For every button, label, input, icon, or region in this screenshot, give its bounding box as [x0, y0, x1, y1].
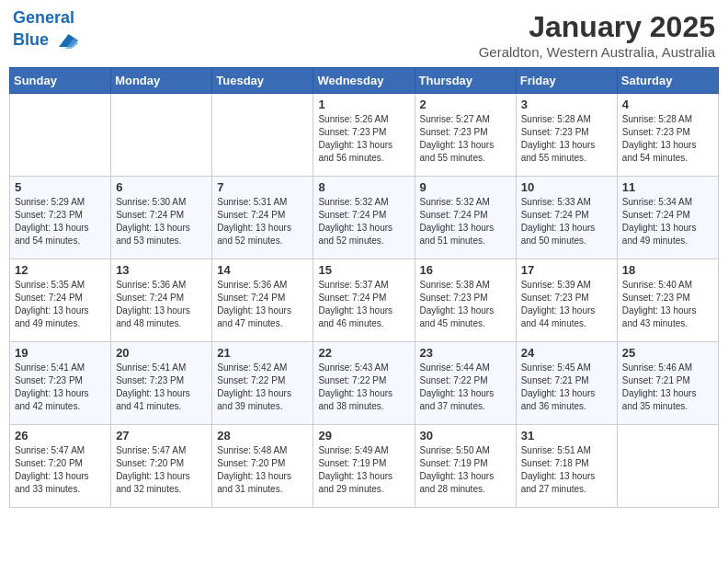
- day-number: 11: [622, 180, 713, 194]
- calendar-cell: 5Sunrise: 5:29 AM Sunset: 7:23 PM Daylig…: [10, 177, 111, 259]
- day-info: Sunrise: 5:32 AM Sunset: 7:24 PM Dayligh…: [318, 196, 409, 247]
- day-number: 26: [15, 429, 106, 442]
- calendar-cell: [111, 94, 212, 177]
- day-number: 25: [622, 346, 713, 360]
- calendar-cell: 15Sunrise: 5:37 AM Sunset: 7:24 PM Dayli…: [313, 259, 415, 342]
- day-info: Sunrise: 5:27 AM Sunset: 7:23 PM Dayligh…: [420, 113, 511, 165]
- calendar-week-row: 12Sunrise: 5:35 AM Sunset: 7:24 PM Dayli…: [10, 259, 719, 342]
- calendar-cell: 26Sunrise: 5:47 AM Sunset: 7:20 PM Dayli…: [10, 425, 111, 508]
- calendar-cell: 7Sunrise: 5:31 AM Sunset: 7:24 PM Daylig…: [212, 177, 313, 259]
- day-number: 5: [15, 180, 106, 194]
- day-number: 31: [521, 429, 612, 442]
- calendar-cell: 22Sunrise: 5:43 AM Sunset: 7:22 PM Dayli…: [313, 342, 415, 425]
- day-number: 10: [521, 180, 612, 194]
- calendar-cell: 1Sunrise: 5:26 AM Sunset: 7:23 PM Daylig…: [313, 94, 415, 177]
- calendar-cell: 31Sunrise: 5:51 AM Sunset: 7:18 PM Dayli…: [516, 425, 617, 508]
- day-number: 17: [521, 263, 612, 277]
- day-info: Sunrise: 5:37 AM Sunset: 7:24 PM Dayligh…: [318, 279, 409, 330]
- day-number: 1: [318, 98, 409, 111]
- calendar-cell: [617, 425, 718, 508]
- calendar-cell: 6Sunrise: 5:30 AM Sunset: 7:24 PM Daylig…: [111, 177, 212, 259]
- day-info: Sunrise: 5:41 AM Sunset: 7:23 PM Dayligh…: [116, 362, 207, 413]
- calendar-week-row: 5Sunrise: 5:29 AM Sunset: 7:23 PM Daylig…: [10, 177, 719, 259]
- day-info: Sunrise: 5:33 AM Sunset: 7:24 PM Dayligh…: [521, 196, 612, 247]
- calendar-table: SundayMondayTuesdayWednesdayThursdayFrid…: [9, 67, 719, 508]
- day-info: Sunrise: 5:32 AM Sunset: 7:24 PM Dayligh…: [420, 196, 511, 247]
- day-number: 6: [116, 180, 207, 194]
- location-title: Geraldton, Western Australia, Australia: [479, 44, 715, 60]
- day-info: Sunrise: 5:31 AM Sunset: 7:24 PM Dayligh…: [217, 196, 308, 247]
- day-number: 16: [420, 263, 511, 277]
- calendar-cell: 27Sunrise: 5:47 AM Sunset: 7:20 PM Dayli…: [111, 425, 212, 508]
- calendar-cell: 19Sunrise: 5:41 AM Sunset: 7:23 PM Dayli…: [10, 342, 111, 425]
- calendar-week-row: 26Sunrise: 5:47 AM Sunset: 7:20 PM Dayli…: [10, 425, 719, 508]
- calendar-cell: 24Sunrise: 5:45 AM Sunset: 7:21 PM Dayli…: [516, 342, 617, 425]
- day-info: Sunrise: 5:42 AM Sunset: 7:22 PM Dayligh…: [217, 362, 308, 413]
- day-number: 7: [217, 180, 308, 194]
- day-info: Sunrise: 5:47 AM Sunset: 7:20 PM Dayligh…: [116, 444, 207, 496]
- calendar-cell: 21Sunrise: 5:42 AM Sunset: 7:22 PM Dayli…: [212, 342, 313, 425]
- day-info: Sunrise: 5:51 AM Sunset: 7:18 PM Dayligh…: [521, 444, 612, 496]
- day-info: Sunrise: 5:45 AM Sunset: 7:21 PM Dayligh…: [521, 362, 612, 413]
- calendar-cell: 3Sunrise: 5:28 AM Sunset: 7:23 PM Daylig…: [516, 94, 617, 177]
- day-number: 28: [217, 429, 308, 442]
- calendar-cell: 25Sunrise: 5:46 AM Sunset: 7:21 PM Dayli…: [617, 342, 718, 425]
- day-info: Sunrise: 5:34 AM Sunset: 7:24 PM Dayligh…: [622, 196, 713, 247]
- logo: General Blue: [13, 9, 78, 53]
- weekday-header: Tuesday: [212, 68, 313, 94]
- day-info: Sunrise: 5:38 AM Sunset: 7:23 PM Dayligh…: [420, 279, 511, 330]
- calendar-cell: 9Sunrise: 5:32 AM Sunset: 7:24 PM Daylig…: [415, 177, 516, 259]
- day-number: 15: [318, 263, 409, 277]
- day-info: Sunrise: 5:40 AM Sunset: 7:23 PM Dayligh…: [622, 279, 713, 330]
- weekday-header: Wednesday: [313, 68, 415, 94]
- calendar-cell: [212, 94, 313, 177]
- day-info: Sunrise: 5:28 AM Sunset: 7:23 PM Dayligh…: [521, 113, 612, 165]
- day-number: 20: [116, 346, 207, 360]
- logo-text2: Blue: [13, 28, 78, 53]
- calendar-cell: 28Sunrise: 5:48 AM Sunset: 7:20 PM Dayli…: [212, 425, 313, 508]
- weekday-header: Monday: [111, 68, 212, 94]
- calendar-cell: 10Sunrise: 5:33 AM Sunset: 7:24 PM Dayli…: [516, 177, 617, 259]
- logo-text: General: [13, 9, 78, 28]
- day-number: 27: [116, 429, 207, 442]
- day-number: 18: [622, 263, 713, 277]
- day-number: 3: [521, 98, 612, 111]
- day-number: 14: [217, 263, 308, 277]
- day-info: Sunrise: 5:26 AM Sunset: 7:23 PM Dayligh…: [318, 113, 409, 165]
- day-number: 12: [15, 263, 106, 277]
- calendar-cell: 4Sunrise: 5:28 AM Sunset: 7:23 PM Daylig…: [617, 94, 718, 177]
- calendar-cell: 12Sunrise: 5:35 AM Sunset: 7:24 PM Dayli…: [10, 259, 111, 342]
- day-number: 30: [420, 429, 511, 442]
- weekday-header: Sunday: [10, 68, 111, 94]
- day-info: Sunrise: 5:36 AM Sunset: 7:24 PM Dayligh…: [116, 279, 207, 330]
- day-info: Sunrise: 5:44 AM Sunset: 7:22 PM Dayligh…: [420, 362, 511, 413]
- calendar-cell: 18Sunrise: 5:40 AM Sunset: 7:23 PM Dayli…: [617, 259, 718, 342]
- weekday-header-row: SundayMondayTuesdayWednesdayThursdayFrid…: [10, 68, 719, 94]
- day-number: 19: [15, 346, 106, 360]
- day-number: 24: [521, 346, 612, 360]
- day-number: 23: [420, 346, 511, 360]
- calendar-week-row: 1Sunrise: 5:26 AM Sunset: 7:23 PM Daylig…: [10, 94, 719, 177]
- calendar-cell: 16Sunrise: 5:38 AM Sunset: 7:23 PM Dayli…: [415, 259, 516, 342]
- page-header: General Blue January 2025 Geraldton, Wes…: [9, 9, 719, 60]
- calendar-cell: 29Sunrise: 5:49 AM Sunset: 7:19 PM Dayli…: [313, 425, 415, 508]
- day-info: Sunrise: 5:35 AM Sunset: 7:24 PM Dayligh…: [15, 279, 106, 330]
- calendar-cell: 30Sunrise: 5:50 AM Sunset: 7:19 PM Dayli…: [415, 425, 516, 508]
- day-number: 21: [217, 346, 308, 360]
- weekday-header: Saturday: [617, 68, 718, 94]
- day-info: Sunrise: 5:41 AM Sunset: 7:23 PM Dayligh…: [15, 362, 106, 413]
- day-info: Sunrise: 5:36 AM Sunset: 7:24 PM Dayligh…: [217, 279, 308, 330]
- day-number: 4: [622, 98, 713, 111]
- calendar-cell: 23Sunrise: 5:44 AM Sunset: 7:22 PM Dayli…: [415, 342, 516, 425]
- day-info: Sunrise: 5:28 AM Sunset: 7:23 PM Dayligh…: [622, 113, 713, 165]
- day-info: Sunrise: 5:43 AM Sunset: 7:22 PM Dayligh…: [318, 362, 409, 413]
- day-info: Sunrise: 5:30 AM Sunset: 7:24 PM Dayligh…: [116, 196, 207, 247]
- weekday-header: Thursday: [415, 68, 516, 94]
- day-info: Sunrise: 5:48 AM Sunset: 7:20 PM Dayligh…: [217, 444, 308, 496]
- calendar-cell: 11Sunrise: 5:34 AM Sunset: 7:24 PM Dayli…: [617, 177, 718, 259]
- day-number: 22: [318, 346, 409, 360]
- calendar-cell: 14Sunrise: 5:36 AM Sunset: 7:24 PM Dayli…: [212, 259, 313, 342]
- day-number: 2: [420, 98, 511, 111]
- day-number: 13: [116, 263, 207, 277]
- day-info: Sunrise: 5:29 AM Sunset: 7:23 PM Dayligh…: [15, 196, 106, 247]
